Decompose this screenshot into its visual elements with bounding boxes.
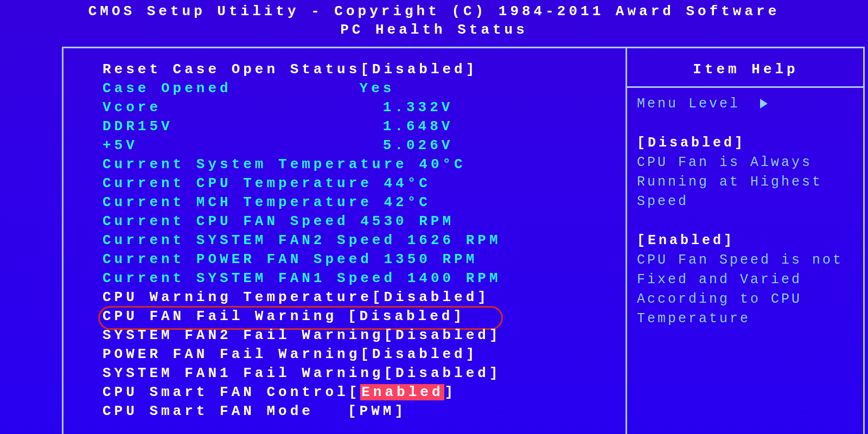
header-title: CMOS Setup Utility - Copyright (C) 1984-… <box>0 2 868 21</box>
setting-label: CPU Smart FAN Control <box>103 383 349 402</box>
help-disabled-text: CPU Fan is Always Running at Highest Spe… <box>637 153 854 212</box>
setting-5v: +5V 5.026V <box>103 136 615 155</box>
selected-value: Enabled <box>360 384 444 400</box>
help-title: Item Help <box>637 59 854 80</box>
setting-current-cpu-temperature: Current CPU Temperature 44°C <box>103 174 615 193</box>
setting-value: [Disabled] <box>360 60 477 79</box>
setting-value: 42°C <box>372 193 431 212</box>
bios-header: CMOS Setup Utility - Copyright (C) 1984-… <box>0 0 868 39</box>
setting-value: 1.648V <box>348 117 453 136</box>
setting-label: Current CPU FAN Speed <box>103 212 349 231</box>
setting-cpu-fan-fail-warning[interactable]: CPU FAN Fail Warning[Disabled] <box>103 307 615 326</box>
item-help-panel: Item Help Menu Level [Disabled] CPU Fan … <box>626 48 863 434</box>
setting-cpu-warning-temperature[interactable]: CPU Warning Temperature[Disabled] <box>103 288 615 307</box>
bracket-close: ] <box>444 384 456 400</box>
setting-value: 5.026V <box>348 136 453 155</box>
setting-label: +5V <box>103 136 348 155</box>
setting-label: SYSTEM FAN2 Fail Warning <box>103 326 384 345</box>
setting-current-system-fan2-speed: Current SYSTEM FAN2 Speed 1626 RPM <box>103 231 615 250</box>
setting-label: POWER FAN Fail Warning <box>103 345 360 364</box>
setting-value: [PWM] <box>348 402 406 421</box>
setting-value: 44°C <box>372 174 431 193</box>
setting-label: Current POWER FAN Speed <box>103 250 372 269</box>
setting-label: CPU Smart FAN Mode <box>103 402 348 421</box>
setting-label: Case Opened <box>103 79 348 98</box>
setting-current-power-fan-speed: Current POWER FAN Speed 1350 RPM <box>103 250 615 269</box>
setting-label: CPU FAN Fail Warning <box>103 307 348 326</box>
setting-value: 1626 RPM <box>395 231 501 250</box>
setting-value: 40°C <box>407 155 466 174</box>
setting-value: 1400 RPM <box>395 269 501 288</box>
setting-label: Reset Case Open Status <box>103 60 360 79</box>
setting-value: [Enabled] <box>349 383 456 402</box>
setting-power-fan-fail-warning[interactable]: POWER FAN Fail Warning[Disabled] <box>103 345 615 364</box>
setting-value: [Disabled] <box>384 326 501 345</box>
bracket-open: [ <box>349 384 361 400</box>
setting-case-opened: Case Opened Yes <box>103 79 615 98</box>
menu-level-label: Menu Level <box>637 96 740 112</box>
setting-vcore: Vcore 1.332V <box>103 98 615 117</box>
setting-system-fan2-fail-warning[interactable]: SYSTEM FAN2 Fail Warning[Disabled] <box>103 326 615 345</box>
setting-cpu-smart-fan-control[interactable]: CPU Smart FAN Control[Enabled] <box>103 383 615 402</box>
setting-label: Current CPU Temperature <box>103 174 372 193</box>
menu-level-row: Menu Level <box>637 94 854 114</box>
setting-value: 1.332V <box>348 98 453 117</box>
help-enabled-text: CPU Fan Speed is not Fixed and Varied Ac… <box>637 251 854 329</box>
setting-value: [Disabled] <box>372 288 489 307</box>
settings-panel: Reset Case Open Status[Disabled]Case Ope… <box>63 48 626 434</box>
chevron-right-icon <box>760 99 768 108</box>
bios-frame: Reset Case Open Status[Disabled]Case Ope… <box>62 47 865 434</box>
help-body: Menu Level [Disabled] CPU Fan is Always … <box>637 94 854 329</box>
setting-current-mch-temperature: Current MCH Temperature 42°C <box>103 193 615 212</box>
help-disabled-heading: [Disabled] <box>637 133 854 153</box>
setting-label: Vcore <box>103 98 348 117</box>
setting-label: SYSTEM FAN1 Fail Warning <box>103 364 384 383</box>
setting-value: [Disabled] <box>360 345 477 364</box>
setting-label: Current SYSTEM FAN1 Speed <box>103 269 395 288</box>
setting-value: [Disabled] <box>384 364 501 383</box>
setting-label: Current MCH Temperature <box>103 193 372 212</box>
setting-current-system-temperature: Current System Temperature 40°C <box>103 155 615 174</box>
setting-value: 4530 RPM <box>349 212 454 231</box>
setting-current-system-fan1-speed: Current SYSTEM FAN1 Speed 1400 RPM <box>103 269 615 288</box>
setting-ddr15v: DDR15V 1.648V <box>103 117 615 136</box>
setting-value: [Disabled] <box>348 307 465 326</box>
header-subtitle: PC Health Status <box>0 21 868 39</box>
setting-label: Current SYSTEM FAN2 Speed <box>103 231 395 250</box>
setting-system-fan1-fail-warning[interactable]: SYSTEM FAN1 Fail Warning[Disabled] <box>103 364 615 383</box>
help-divider <box>627 86 864 88</box>
setting-value: 1350 RPM <box>372 250 477 269</box>
help-enabled-heading: [Enabled] <box>637 231 854 251</box>
setting-value: Yes <box>348 79 394 98</box>
setting-current-cpu-fan-speed: Current CPU FAN Speed 4530 RPM <box>103 212 615 231</box>
setting-cpu-smart-fan-mode[interactable]: CPU Smart FAN Mode[PWM] <box>103 402 615 421</box>
setting-reset-case-open-status[interactable]: Reset Case Open Status[Disabled] <box>103 60 615 79</box>
bios-screen: CMOS Setup Utility - Copyright (C) 1984-… <box>0 0 868 434</box>
setting-label: Current System Temperature <box>103 155 407 174</box>
setting-label: CPU Warning Temperature <box>103 288 372 307</box>
setting-label: DDR15V <box>103 117 348 136</box>
